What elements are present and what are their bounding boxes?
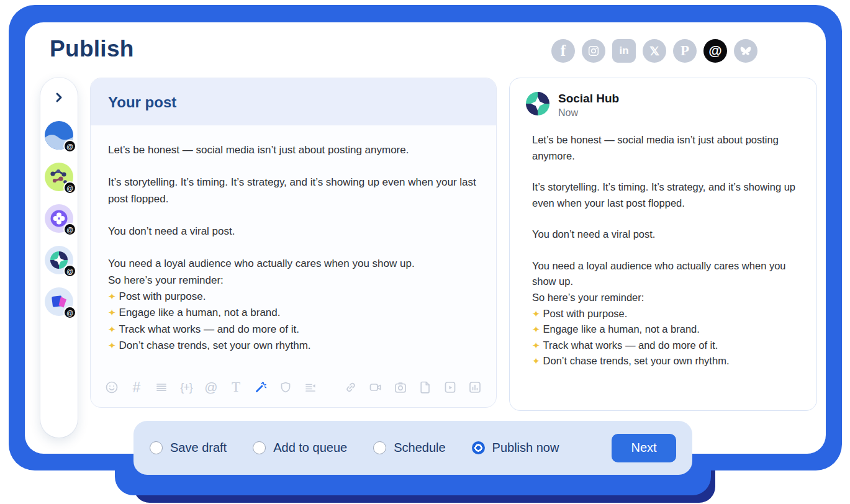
sparkles-icon: ✦ (108, 324, 116, 335)
threads-badge-icon: @ (63, 181, 76, 194)
post-line: Let’s be honest — social media isn’t jus… (108, 142, 479, 158)
post-paragraph: You don’t need a viral post. (532, 227, 798, 243)
shield-icon[interactable] (278, 380, 293, 395)
x-icon[interactable]: 𝕏 (643, 39, 666, 63)
post-line: ✦Track what works — and do more of it. (532, 338, 798, 354)
linkedin-icon[interactable]: in (612, 39, 636, 63)
post-paragraph: Let’s be honest — social media isn’t jus… (532, 132, 798, 164)
pinterest-icon[interactable]: P (673, 39, 697, 63)
post-paragraph: Let’s be honest — social media isn’t jus… (108, 142, 479, 158)
sparkles-icon: ✦ (108, 340, 116, 351)
radio-unselected-icon[interactable] (150, 441, 163, 454)
toolbar-right-group (343, 380, 482, 395)
post-line: Let’s be honest — social media isn’t jus… (532, 132, 798, 164)
video-file-icon[interactable] (443, 380, 458, 395)
emoji-icon[interactable] (104, 380, 119, 395)
publish-mode-options: Save draftAdd to queueSchedulePublish no… (150, 441, 559, 455)
account-mountain[interactable]: @ (45, 121, 73, 150)
post-line: You don’t need a viral post. (532, 227, 798, 243)
post-line: ✦Post with purpose. (532, 306, 798, 322)
post-paragraph: You need a loyal audience who actually c… (532, 258, 798, 369)
bluesky-icon[interactable] (734, 39, 757, 63)
network-icons: fin𝕏P@ (551, 39, 757, 63)
threads-badge-icon: @ (63, 306, 76, 319)
publish-option-label: Save draft (170, 441, 227, 455)
file-icon[interactable] (418, 380, 433, 395)
post-paragraph: It’s storytelling. It’s timing. It’s str… (532, 179, 798, 211)
radio-unselected-icon[interactable] (373, 441, 386, 454)
post-line: ✦Engage like a human, not a brand. (532, 322, 798, 338)
cta-list-icon[interactable] (303, 380, 318, 395)
sparkles-icon: ✦ (532, 356, 540, 366)
publish-option-publish-now[interactable]: Publish now (472, 441, 559, 455)
hashtag-icon[interactable]: # (129, 380, 144, 395)
camera-icon[interactable] (393, 380, 408, 395)
post-line: You need a loyal audience who actually c… (532, 258, 798, 290)
post-line: ✦Post with purpose. (108, 289, 479, 305)
sparkles-icon: ✦ (108, 307, 116, 318)
chevron-right-icon (52, 90, 66, 107)
sparkles-icon: ✦ (108, 291, 116, 302)
radio-selected-icon[interactable] (472, 441, 485, 454)
threads-badge-icon: @ (63, 223, 76, 236)
account-socialhub[interactable]: @ (45, 246, 73, 274)
post-line: It’s storytelling. It’s timing. It’s str… (108, 174, 479, 207)
preview-author-name: Social Hub (558, 92, 619, 106)
post-line: So here’s your reminder: (108, 272, 479, 289)
post-paragraph: You need a loyal audience who actually c… (108, 256, 479, 354)
snippet-icon[interactable]: {+} (179, 380, 194, 395)
account-network[interactable]: @ (45, 163, 73, 191)
chart-icon[interactable] (468, 380, 482, 395)
account-clover[interactable]: @ (45, 204, 73, 233)
threads-badge-icon: @ (63, 140, 76, 153)
post-line: ✦Engage like a human, not a brand. (108, 305, 479, 321)
post-line: ✦Track what works — and do more of it. (108, 322, 479, 338)
toolbar-left-group: #{+}@T (104, 380, 318, 395)
preview-header: Social Hub Now (510, 78, 816, 126)
radio-unselected-icon[interactable] (253, 441, 266, 454)
sidebar-expand-button[interactable] (50, 90, 68, 107)
mention-icon[interactable]: @ (204, 380, 219, 395)
editor-title: Your post (91, 78, 496, 125)
publish-option-label: Add to queue (273, 441, 347, 455)
sparkles-icon: ✦ (532, 340, 540, 351)
sparkles-icon: ✦ (532, 308, 540, 319)
post-line: ✦Don’t chase trends, set your own rhythm… (532, 353, 798, 369)
post-paragraph: It’s storytelling. It’s timing. It’s str… (108, 174, 479, 207)
post-paragraph: You don’t need a viral post. (108, 223, 479, 240)
threads-badge-icon: @ (63, 264, 76, 277)
post-line: You don’t need a viral post. (108, 223, 479, 240)
text-format-icon[interactable]: T (228, 380, 243, 395)
account-shapes[interactable]: @ (45, 287, 73, 316)
video-icon[interactable] (368, 380, 383, 395)
publish-option-label: Publish now (492, 441, 559, 455)
sparkles-icon: ✦ (532, 324, 540, 335)
publish-option-label: Schedule (394, 441, 445, 455)
accounts-sidebar: @@@@@ (40, 78, 78, 438)
preview-timestamp: Now (558, 107, 619, 119)
publish-option-save-draft[interactable]: Save draft (150, 441, 227, 455)
socialhub-logo-avatar (526, 92, 549, 115)
instagram-icon[interactable] (582, 39, 605, 63)
page-title: Publish (50, 36, 134, 62)
post-line: ✦Don’t chase trends, set your own rhythm… (108, 338, 479, 354)
publish-page: Publish fin𝕏P@ @@@@@ Your post Let’s be … (0, 0, 850, 504)
post-editor: Your post Let’s be honest — social media… (90, 78, 497, 408)
editor-toolbar: #{+}@T (91, 380, 496, 407)
preview-post-text: Let’s be honest — social media isn’t jus… (510, 126, 816, 369)
post-line: It’s storytelling. It’s timing. It’s str… (532, 179, 798, 211)
post-text-editor[interactable]: Let’s be honest — social media isn’t jus… (91, 125, 496, 380)
link-icon[interactable] (343, 380, 358, 395)
post-preview-card: Social Hub Now Let’s be honest — social … (509, 78, 817, 411)
magic-wand-icon[interactable] (253, 380, 268, 395)
preview-author-block: Social Hub Now (558, 92, 619, 119)
post-line: You need a loyal audience who actually c… (108, 256, 479, 272)
publish-option-add-to-queue[interactable]: Add to queue (253, 441, 347, 455)
threads-icon[interactable]: @ (703, 39, 727, 63)
publish-action-bar: Save draftAdd to queueSchedulePublish no… (133, 421, 692, 475)
next-button[interactable]: Next (612, 434, 676, 462)
align-lines-icon[interactable] (154, 380, 169, 395)
facebook-icon[interactable]: f (551, 39, 575, 63)
publish-option-schedule[interactable]: Schedule (373, 441, 445, 455)
post-line: So here’s your reminder: (532, 290, 798, 306)
